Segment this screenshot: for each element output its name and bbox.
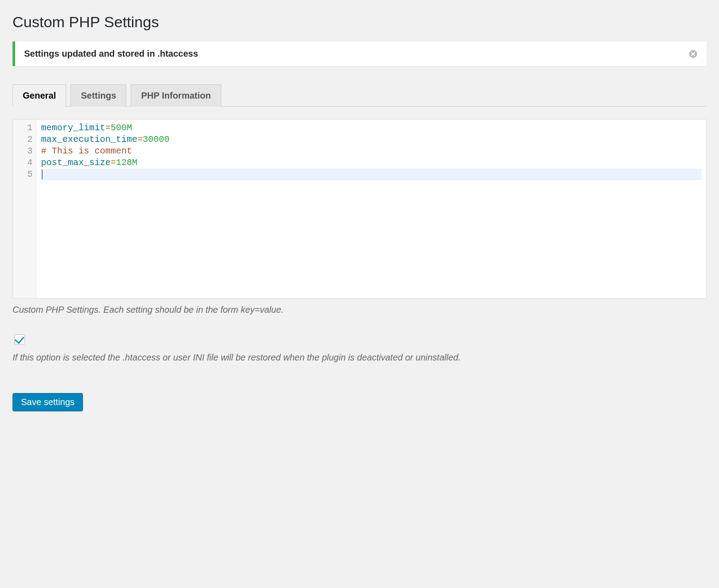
line-number: 2 <box>19 134 33 145</box>
close-icon[interactable] <box>689 50 698 58</box>
line-number: 5 <box>19 169 33 180</box>
ini-key: max_execution_time <box>41 134 137 145</box>
tab-general[interactable]: General <box>12 84 66 107</box>
ini-equals: = <box>137 134 143 145</box>
ini-key: memory_limit <box>41 123 105 133</box>
ini-value: 500M <box>111 123 132 133</box>
ini-value: 128M <box>116 157 137 168</box>
tab-label: General <box>23 91 56 100</box>
restore-option-description: If this option is selected the .htaccess… <box>12 352 707 363</box>
tab-label: Settings <box>81 91 116 100</box>
settings-page: Custom PHP Settings Settings updated and… <box>0 0 719 429</box>
ini-equals: = <box>111 157 116 168</box>
tab-settings[interactable]: Settings <box>70 84 126 107</box>
save-button[interactable]: Save settings <box>12 393 83 411</box>
editor-container: 1 2 3 4 5 memory_limit=500M max_executio… <box>12 119 707 315</box>
ini-value: 30000 <box>143 134 169 145</box>
code-line: post_max_size=128M <box>41 157 702 169</box>
code-area[interactable]: memory_limit=500M max_execution_time=300… <box>37 120 706 298</box>
editor-description: Custom PHP Settings. Each setting should… <box>12 305 707 315</box>
text-cursor-icon <box>42 170 42 179</box>
ini-key: post_max_size <box>41 157 111 168</box>
code-line: # This is comment <box>41 145 702 157</box>
code-line: max_execution_time=30000 <box>41 134 702 145</box>
line-number: 4 <box>19 157 33 169</box>
ini-comment: # This is comment <box>41 146 132 156</box>
tab-bar: General Settings PHP Information <box>12 84 707 107</box>
tab-label: PHP Information <box>141 91 211 100</box>
ini-equals: = <box>105 123 111 133</box>
notice-text: Settings updated and stored in .htaccess <box>24 49 689 59</box>
line-number: 1 <box>19 122 33 134</box>
restore-checkbox[interactable] <box>14 334 25 345</box>
page-title: Custom PHP Settings <box>12 13 707 31</box>
restore-option-row: If this option is selected the .htaccess… <box>12 333 707 363</box>
tab-php-information[interactable]: PHP Information <box>131 84 221 107</box>
success-notice: Settings updated and stored in .htaccess <box>12 41 707 66</box>
line-number: 3 <box>19 145 33 157</box>
line-number-gutter: 1 2 3 4 5 <box>13 120 37 298</box>
save-button-label: Save settings <box>21 397 74 407</box>
code-line: memory_limit=500M <box>41 122 702 134</box>
code-editor[interactable]: 1 2 3 4 5 memory_limit=500M max_executio… <box>12 119 707 298</box>
code-line-active <box>41 169 702 180</box>
